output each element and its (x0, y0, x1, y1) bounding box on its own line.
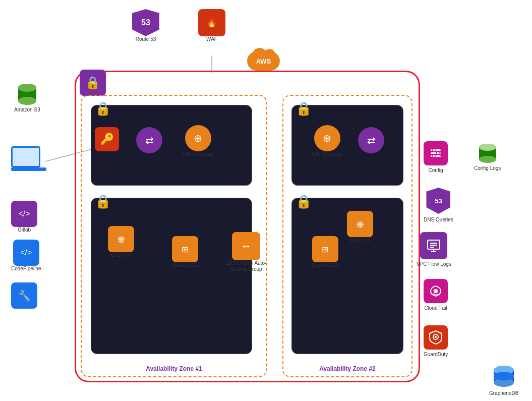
eks-autoscale-group: ↔ EKS Cluster Auto-Scaling Group (223, 232, 269, 272)
waf-icon-group: 🔥 WAF (198, 9, 225, 42)
lock-az1-bottom: 🔒 (95, 194, 111, 209)
cluster-ec2-1-group: ⊞ Cluster EC2 (171, 236, 199, 268)
config-service-group: Config (424, 141, 448, 173)
az1-label: Availability Zone #1 (146, 365, 202, 372)
az2-nat-subnet (291, 105, 403, 186)
nat-gateway-2-group: ⊕ NAT Gateway (312, 125, 342, 157)
gitlab-label: Gitlab (18, 227, 31, 233)
route-table-az1: ⇄ (136, 127, 162, 153)
svg-point-11 (436, 152, 439, 155)
waf-label: WAF (206, 36, 217, 42)
gitlab-icon: </> (11, 201, 37, 227)
secrets-manager-az1: 🔑 (95, 127, 119, 151)
eks-pod-1-label: EKS Pod (111, 252, 132, 258)
cloudtrail-label: CloudTrail (424, 305, 447, 311)
config-logs-label: Config Logs (474, 165, 501, 171)
svg-point-12 (432, 155, 435, 158)
route53-icon: 53 (132, 9, 159, 36)
build-icon-group: 🔧 (11, 282, 37, 309)
dns-queries-label: DNS Queries (424, 217, 453, 222)
eks-pod-2-label: EKS Pod (350, 237, 371, 243)
nat-gateway-1-label: NAT Gateway (183, 151, 213, 157)
secrets-manager-group: 🔒 (80, 70, 106, 96)
s3-label: Amazon S3 (14, 107, 40, 113)
cloudtrail-icon (424, 279, 448, 303)
cluster-ec2-2-icon: ⊞ (312, 236, 338, 262)
vpc-flow-logs-icon (420, 232, 447, 259)
guardduty-icon (424, 325, 448, 350)
svg-point-16 (479, 144, 496, 151)
svg-point-10 (432, 149, 435, 152)
vpc-flow-logs-group: VPC Flow Logs (417, 232, 451, 267)
eks-pod-2-group: ⎈ EKS Pod (347, 211, 373, 243)
eks-pod-1-icon: ⎈ (108, 226, 134, 252)
guardduty-group: GuardDuty (424, 325, 448, 357)
graphenedb-icon (490, 362, 518, 390)
vpc-flow-logs-label: VPC Flow Logs (417, 261, 451, 267)
codepipeline-icon-group: </> CodePipeline (11, 240, 41, 272)
route53-label: Route 53 (136, 36, 156, 42)
lock-az1-top: 🔒 (95, 101, 111, 117)
cloudtrail-group: CloudTrail (424, 279, 448, 311)
eks-autoscale-label: EKS Cluster Auto-Scaling Group (223, 260, 269, 272)
dns-queries-group: 53 DNS Queries (424, 188, 453, 222)
svg-point-25 (435, 336, 437, 338)
graphenedb-group: GrapheneDB (489, 362, 518, 396)
laptop-base (11, 167, 46, 171)
secrets-manager-icon: 🔒 (80, 70, 106, 96)
guardduty-label: GuardDuty (424, 352, 448, 357)
cluster-ec2-2-label: Cluster EC2 (312, 262, 339, 268)
aws-cloud-icon: AWS (247, 48, 280, 71)
secrets-az1-icon: 🔑 (95, 127, 119, 151)
cluster-ec2-1-icon: ⊞ (172, 236, 198, 262)
aws-cloud-label: AWS (247, 48, 280, 71)
route-table-az2: ⇄ (358, 127, 384, 153)
eks-autoscale-icon: ↔ (232, 232, 260, 260)
lock-az2-top: 🔒 (295, 101, 312, 117)
config-logs-icon (476, 141, 500, 165)
svg-point-23 (434, 289, 438, 293)
lock-az2-bottom: 🔒 (295, 194, 312, 209)
nat-gateway-1-icon: ⊕ (185, 125, 211, 151)
gitlab-icon-group: </> Gitlab (11, 201, 37, 233)
eks-pod-2-icon: ⎈ (347, 211, 373, 237)
svg-point-6 (18, 84, 36, 92)
svg-point-15 (479, 156, 496, 163)
dns-queries-icon: 53 (426, 188, 450, 214)
config-label: Config (429, 167, 443, 173)
s3-icon (15, 82, 40, 107)
waf-icon: 🔥 (198, 9, 225, 36)
aws-text: AWS (256, 58, 271, 65)
az1-eks-subnet (91, 198, 252, 354)
svg-point-5 (18, 97, 36, 105)
nat-gateway-1-group: ⊕ NAT Gateway (183, 125, 213, 157)
laptop-screen (11, 146, 40, 167)
eks-pod-1-group: ⎈ EKS Pod (108, 226, 134, 258)
codepipeline-icon: </> (13, 240, 39, 266)
route-table-az2-icon: ⇄ (358, 127, 384, 153)
cluster-ec2-1-label: Cluster EC2 (171, 262, 199, 268)
config-icon (424, 141, 448, 165)
cluster-ec2-2-group: ⊞ Cluster EC2 (312, 236, 339, 268)
laptop-icon-group (11, 146, 46, 171)
build-icon: 🔧 (11, 282, 37, 309)
nat-gateway-2-label: NAT Gateway (312, 151, 342, 157)
nat-gateway-2-icon: ⊕ (314, 125, 340, 151)
codepipeline-label: CodePipeline (11, 266, 41, 272)
config-logs-group: Config Logs (474, 141, 501, 171)
graphenedb-label: GrapheneDB (489, 390, 518, 396)
az2-label: Availability Zone #2 (319, 365, 376, 372)
route53-icon-group: 53 Route 53 (132, 9, 159, 42)
route-table-az1-icon: ⇄ (136, 127, 162, 153)
s3-icon-group: Amazon S3 (14, 82, 40, 113)
